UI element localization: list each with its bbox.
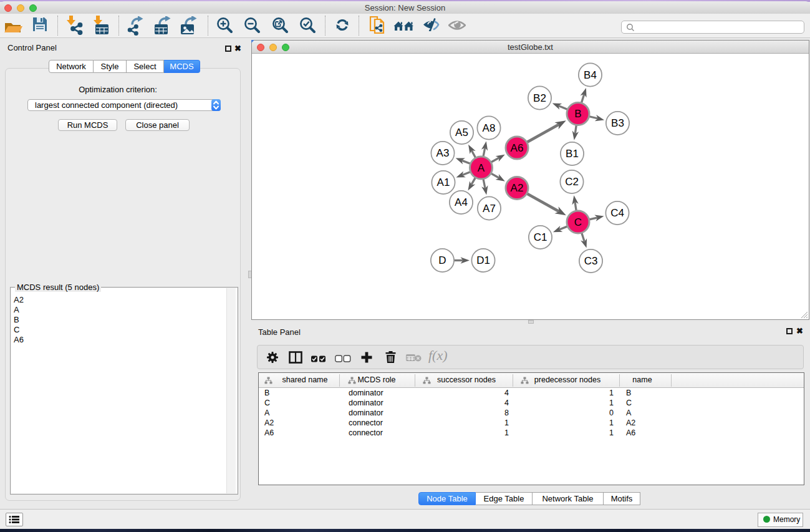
svg-text:B1: B1 [566, 148, 579, 160]
svg-text:A6: A6 [511, 142, 524, 154]
svg-text:D1: D1 [476, 254, 490, 266]
svg-text:C2: C2 [565, 176, 579, 188]
svg-text:B2: B2 [533, 92, 546, 104]
svg-text:A7: A7 [483, 203, 496, 215]
svg-text:D: D [438, 254, 446, 266]
svg-text:B: B [574, 108, 581, 120]
svg-text:B4: B4 [584, 69, 597, 81]
svg-text:A4: A4 [455, 196, 468, 208]
svg-text:A2: A2 [511, 182, 524, 194]
svg-text:A1: A1 [437, 177, 450, 188]
svg-text:C3: C3 [584, 255, 598, 267]
svg-text:A: A [478, 162, 485, 174]
svg-text:A5: A5 [455, 127, 468, 138]
svg-text:A3: A3 [436, 147, 450, 159]
svg-text:B3: B3 [611, 117, 624, 129]
svg-text:C: C [574, 216, 582, 228]
svg-text:A8: A8 [483, 122, 496, 134]
svg-text:C1: C1 [534, 231, 547, 243]
svg-text:C4: C4 [610, 207, 624, 219]
